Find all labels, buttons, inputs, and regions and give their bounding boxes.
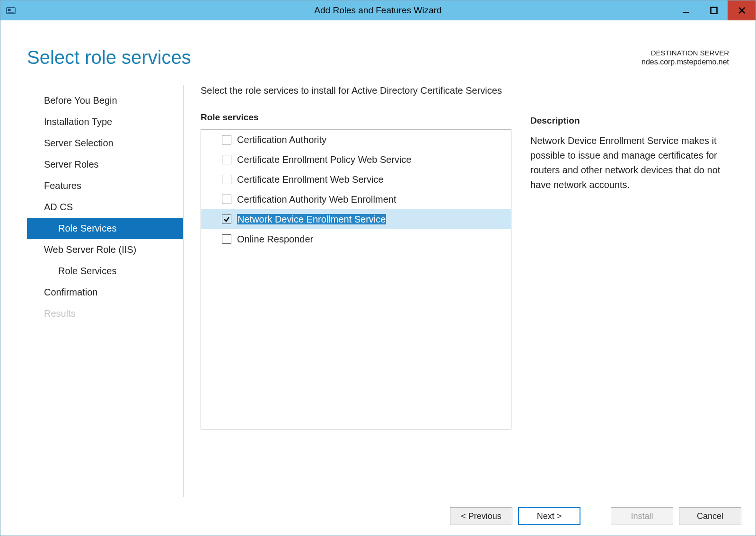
role-service-label: Certification Authority Web Enrollment bbox=[237, 194, 396, 205]
checkbox[interactable] bbox=[222, 175, 231, 184]
role-service-label: Certificate Enrollment Web Service bbox=[237, 174, 384, 185]
checkbox[interactable] bbox=[222, 214, 231, 224]
window-buttons bbox=[672, 0, 756, 20]
close-button[interactable] bbox=[728, 0, 756, 20]
role-services-column: Select the role services to install for … bbox=[201, 85, 511, 497]
svg-rect-4 bbox=[711, 8, 717, 14]
maximize-icon bbox=[710, 7, 718, 14]
description-label: Description bbox=[530, 116, 729, 126]
cancel-button[interactable]: Cancel bbox=[679, 507, 741, 525]
nav-item[interactable]: Features bbox=[27, 175, 183, 197]
description-text: Network Device Enrollment Service makes … bbox=[530, 134, 729, 192]
destination-server-label: DESTINATION SERVER bbox=[642, 49, 729, 57]
nav-item[interactable]: Web Server Role (IIS) bbox=[27, 239, 183, 260]
install-button: Install bbox=[611, 507, 673, 525]
role-service-label: Certification Authority bbox=[237, 134, 326, 145]
minimize-icon bbox=[682, 7, 690, 14]
checkbox[interactable] bbox=[222, 155, 231, 164]
role-service-item[interactable]: Certification Authority bbox=[201, 130, 511, 150]
wizard-nav: Before You BeginInstallation TypeServer … bbox=[27, 85, 184, 497]
nav-item[interactable]: Server Roles bbox=[27, 154, 183, 175]
page-title: Select role services bbox=[27, 47, 191, 68]
maximize-button[interactable] bbox=[700, 0, 728, 20]
close-icon bbox=[738, 7, 746, 14]
role-service-label: Online Responder bbox=[237, 234, 313, 245]
nav-item[interactable]: Confirmation bbox=[27, 282, 183, 303]
role-service-item[interactable]: Certificate Enrollment Web Service bbox=[201, 170, 511, 189]
svg-rect-1 bbox=[8, 9, 11, 11]
role-services-list[interactable]: Certification AuthorityCertificate Enrol… bbox=[201, 129, 511, 429]
title-bar: Add Roles and Features Wizard bbox=[0, 0, 756, 20]
nav-item[interactable]: Installation Type bbox=[27, 111, 183, 133]
nav-item[interactable]: Before You Begin bbox=[27, 90, 183, 111]
nav-item[interactable]: Role Services bbox=[27, 218, 183, 239]
description-column: Description Network Device Enrollment Se… bbox=[530, 85, 729, 497]
nav-item[interactable]: AD CS bbox=[27, 197, 183, 218]
role-service-item[interactable]: Certificate Enrollment Policy Web Servic… bbox=[201, 150, 511, 170]
minimize-button[interactable] bbox=[672, 0, 700, 20]
wizard-header: Select role services DESTINATION SERVER … bbox=[0, 20, 756, 68]
server-manager-icon bbox=[6, 6, 16, 15]
destination-server-value: ndes.corp.mstepdemo.net bbox=[642, 58, 729, 66]
role-service-item[interactable]: Online Responder bbox=[201, 229, 511, 249]
nav-item: Results bbox=[27, 303, 183, 324]
previous-button[interactable]: < Previous bbox=[450, 507, 512, 525]
role-service-item[interactable]: Certification Authority Web Enrollment bbox=[201, 189, 511, 209]
wizard-window: Add Roles and Features Wizard Select rol… bbox=[0, 0, 756, 536]
checkbox[interactable] bbox=[222, 195, 231, 204]
wizard-content: Select role services DESTINATION SERVER … bbox=[0, 20, 756, 536]
wizard-footer: < Previous Next > Install Cancel bbox=[0, 497, 756, 536]
nav-item[interactable]: Role Services bbox=[27, 260, 183, 282]
nav-item[interactable]: Server Selection bbox=[27, 133, 183, 154]
svg-rect-3 bbox=[683, 12, 689, 13]
window-title: Add Roles and Features Wizard bbox=[0, 5, 756, 16]
checkbox[interactable] bbox=[222, 234, 231, 244]
instruction-text: Select the role services to install for … bbox=[201, 85, 511, 96]
check-icon bbox=[223, 216, 230, 223]
wizard-main: Select the role services to install for … bbox=[184, 85, 756, 497]
role-service-item[interactable]: Network Device Enrollment Service bbox=[201, 209, 511, 229]
destination-server-block: DESTINATION SERVER ndes.corp.mstepdemo.n… bbox=[642, 49, 729, 66]
wizard-body: Before You BeginInstallation TypeServer … bbox=[0, 68, 756, 497]
next-button[interactable]: Next > bbox=[518, 507, 580, 525]
role-service-label: Network Device Enrollment Service bbox=[237, 214, 386, 225]
role-services-label: Role services bbox=[201, 112, 511, 123]
role-service-label: Certificate Enrollment Policy Web Servic… bbox=[237, 154, 412, 165]
checkbox[interactable] bbox=[222, 135, 231, 144]
